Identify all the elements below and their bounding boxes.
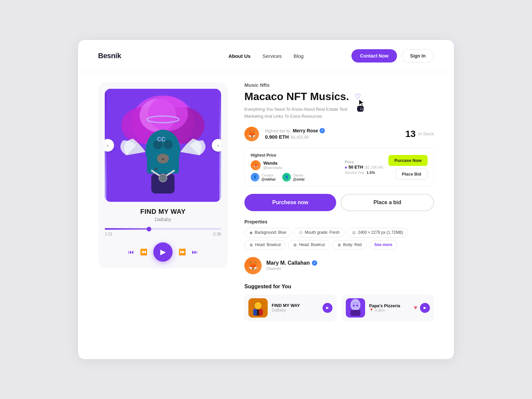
- creator-owner-row: 👤 Creator @mkhai 👤 Owner @smtz: [251, 173, 339, 182]
- track-title: FIND MY WAY: [105, 208, 221, 215]
- svg-point-5: [148, 96, 188, 131]
- price-user-handle: @wandada: [263, 166, 282, 170]
- owner-item: 👤 Owner @smtz: [282, 173, 305, 182]
- svg-point-22: [254, 302, 262, 309]
- price-user-row: 🦊 Wanda @wandada: [251, 160, 339, 170]
- bidder-name: Merry Rose: [293, 128, 318, 133]
- fast-forward-button[interactable]: ⏩: [179, 248, 186, 256]
- owner-full-name: Mary M. Callahan ✓: [266, 260, 317, 266]
- nft-image: CC ●: [105, 89, 221, 202]
- svg-rect-21: [259, 309, 263, 316]
- suggested-info-1: FIND MY WAY DaBaby: [272, 303, 300, 313]
- creator-handle: @mkhai: [261, 177, 276, 181]
- suggested-grid: FIND MY WAY DaBaby ▶: [244, 294, 434, 322]
- navbar: Besnik About Us Services Blog Contact No…: [78, 40, 454, 72]
- svg-text:CC: CC: [157, 136, 166, 143]
- owner-verified-icon: ✓: [312, 260, 317, 266]
- suggested-info-2: Papa's Pizzeria 📍 3.2km: [369, 303, 400, 313]
- suggested-play-1[interactable]: ▶: [323, 303, 332, 313]
- svg-text:●: ●: [162, 156, 164, 162]
- player-card: CC ●: [98, 82, 228, 268]
- suggested-title-1: FIND MY WAY: [272, 303, 300, 308]
- nav-blog[interactable]: Blog: [294, 53, 304, 59]
- player-controls: ⏮ ⏪ ▶ ⏩ ⏭: [105, 242, 221, 262]
- service-fee-row: Service Fee 1.5%: [345, 171, 383, 175]
- action-buttons: Purchese now Place a bid: [244, 194, 434, 211]
- sign-in-button[interactable]: Sign In: [402, 49, 434, 63]
- svg-rect-20: [253, 309, 257, 316]
- price-box-left: Highest Price 🦊 Wanda @wandada 👤 Creator: [251, 153, 339, 182]
- price-eth-value: 50 ETH: [348, 165, 363, 170]
- player-section: CC ●: [98, 82, 228, 322]
- head1-icon: ⊕: [249, 242, 253, 247]
- suggested-play-2[interactable]: ▶: [420, 303, 430, 313]
- head2-icon: ⊕: [293, 242, 297, 247]
- cursor-icon: [358, 98, 366, 106]
- brand-logo: Besnik: [98, 52, 182, 60]
- rewind-button[interactable]: ⏪: [140, 248, 147, 256]
- stock-count: 13: [405, 129, 416, 139]
- nav-actions: Contact Now Sign In: [350, 49, 434, 63]
- prop-tag-head2: ⊕ Head: Bowlcut: [288, 240, 330, 250]
- place-bid-small-button[interactable]: Place Bid: [395, 169, 428, 180]
- verified-icon: ✓: [320, 128, 325, 133]
- suggested-location-2: 📍 3.2km: [369, 308, 400, 313]
- in-stock: 13 In Stock: [405, 129, 434, 139]
- nav-about[interactable]: About Us: [228, 53, 251, 59]
- purchase-now-small-button[interactable]: Purcase Now: [388, 155, 428, 166]
- owner-avatar: 👤: [282, 173, 291, 182]
- price-box: Highest Price 🦊 Wanda @wandada 👤 Creator: [244, 148, 434, 187]
- svg-point-15: [159, 174, 167, 182]
- svg-text:✕: ✕: [154, 167, 158, 172]
- body-icon: ⊕: [337, 242, 341, 247]
- place-bid-main-button[interactable]: Place a bid: [341, 194, 434, 211]
- price-user-avatar: 🦊: [251, 160, 261, 170]
- purchase-main-button[interactable]: Purchese now: [244, 194, 336, 211]
- eth-diamond-icon: ♦: [345, 165, 347, 170]
- owner-handle: @smtz: [293, 177, 305, 181]
- price-actions: Purcase Now Place Bid: [388, 155, 428, 180]
- bidder-avatar: 🦊: [244, 127, 259, 141]
- background-icon: ◈: [249, 230, 253, 235]
- nft-title: Macaco NFT Musics.: [244, 90, 349, 103]
- bid-label: Highest bid by Merry Rose ✓: [265, 128, 325, 133]
- nav-links: About Us Services Blog: [182, 53, 350, 59]
- skip-forward-button[interactable]: ⏭: [192, 249, 198, 256]
- bid-row: 🦊 Highest bid by Merry Rose ✓ 0.900 ETH …: [244, 127, 434, 141]
- location-pin-icon: 📍: [369, 308, 374, 313]
- price-box-title: Highest Price: [251, 153, 339, 158]
- creator-label: Creator: [261, 173, 276, 177]
- properties-label: Properties: [244, 219, 434, 224]
- skip-back-button[interactable]: ⏮: [128, 249, 134, 256]
- svg-rect-25: [350, 310, 360, 316]
- owner-full-avatar: 🦊: [244, 257, 262, 274]
- owner-details: Mary M. Callahan ✓ Owener: [266, 260, 317, 271]
- prop-tag-background: ◈ Background: Blue: [244, 228, 291, 237]
- price-label: Price: [345, 160, 383, 164]
- owner-role: Owener: [266, 266, 317, 271]
- suggested-heart-icon[interactable]: ♥: [414, 304, 417, 311]
- play-button[interactable]: ▶: [153, 242, 173, 262]
- bid-usd: $4,425,99: [291, 135, 309, 140]
- contact-now-button[interactable]: Contact Now: [351, 49, 397, 63]
- size-icon: ⊙: [352, 230, 356, 235]
- category-label: Music Nfts: [244, 82, 434, 88]
- suggested-thumb-1: [248, 298, 268, 318]
- suggested-card-1: FIND MY WAY DaBaby ▶: [244, 294, 336, 322]
- remaining-time: -2:36: [212, 232, 221, 236]
- progress-bar[interactable]: [105, 228, 221, 230]
- suggested-sub-1: DaBaby: [272, 308, 300, 313]
- stock-label: In Stock: [418, 131, 434, 136]
- creator-avatar: 👤: [251, 173, 259, 182]
- main-content: CC ●: [78, 72, 454, 335]
- current-time: 1:21: [105, 232, 112, 236]
- suggested-title-2: Papa's Pizzeria: [369, 303, 400, 308]
- properties-tags: ◈ Background: Blue ⚇ Mouth grade: Fresh …: [244, 228, 434, 250]
- track-artist: DaBaby: [105, 217, 221, 222]
- nft-section: Music Nfts Macaco NFT Musics. ♡ Love Eve…: [244, 82, 434, 322]
- suggested-thumb-2: [346, 298, 365, 318]
- nav-services[interactable]: Services: [263, 53, 282, 59]
- see-more-button[interactable]: See more: [369, 240, 397, 250]
- prop-tag-head1: ⊕ Head: Bowlcut: [244, 240, 286, 250]
- svg-point-26: [353, 305, 355, 307]
